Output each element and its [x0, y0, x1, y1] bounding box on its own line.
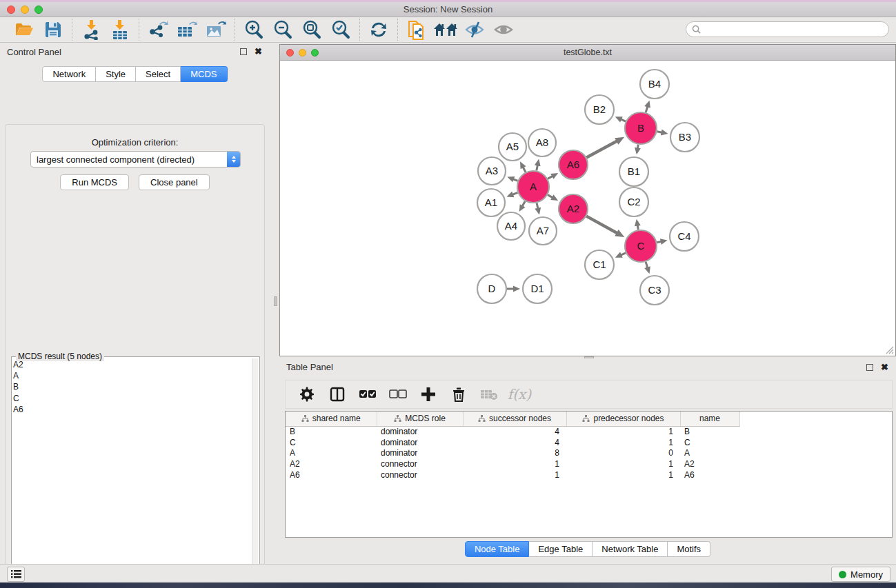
table-row[interactable]: A6connector11A6 [286, 469, 739, 480]
column-header[interactable]: name [680, 412, 739, 426]
save-session-icon[interactable] [41, 19, 66, 41]
deselect-all-icon[interactable] [386, 383, 410, 406]
table-cell[interactable]: connector [377, 458, 463, 469]
edge-C-C2[interactable] [637, 225, 638, 230]
table-cell[interactable]: 0 [566, 448, 680, 459]
table-cell[interactable]: dominator [377, 426, 463, 437]
edge-A-A7[interactable] [537, 203, 538, 208]
split-column-icon[interactable] [326, 383, 349, 406]
table-cell[interactable]: 1 [463, 469, 566, 480]
edge-A-A3[interactable] [513, 179, 518, 181]
zoom-fit-icon[interactable] [299, 19, 324, 41]
table-cell[interactable]: C [680, 437, 739, 448]
network-from-selection-icon[interactable] [404, 19, 429, 41]
edge-C-C1[interactable] [621, 253, 626, 255]
table-cell[interactable]: dominator [377, 448, 463, 459]
column-header[interactable]: shared name [286, 412, 377, 426]
delete-table-icon[interactable] [477, 383, 501, 406]
edge-A-A2[interactable] [548, 195, 552, 198]
export-image-icon[interactable] [203, 19, 228, 41]
edge-A2-C[interactable] [586, 216, 617, 234]
edge-B-B4[interactable] [646, 106, 648, 112]
zoom-selected-icon[interactable] [328, 19, 353, 41]
table-row[interactable]: Bdominator41B [286, 426, 739, 437]
resize-grip-icon[interactable] [884, 345, 894, 354]
result-item[interactable]: A2 [13, 359, 251, 370]
tab-motifs[interactable]: Motifs [668, 541, 710, 557]
table-cell[interactable]: A [680, 448, 739, 459]
tab-select[interactable]: Select [136, 66, 181, 82]
edge-A-A5[interactable] [523, 167, 526, 172]
column-header[interactable]: MCDS role [377, 412, 463, 426]
task-history-button[interactable] [7, 567, 25, 582]
network-minimize-button[interactable] [299, 49, 306, 57]
network-canvas[interactable]: B4B2BB3A8A5A6A3B1AC2A1A2A4A7C4CC1DD1C3 [281, 61, 895, 355]
edge-C-C3[interactable] [646, 262, 648, 268]
tab-network-table[interactable]: Network Table [593, 541, 668, 557]
import-network-icon[interactable] [79, 19, 103, 41]
table-cell[interactable]: C [286, 437, 377, 448]
search-box[interactable] [686, 21, 889, 37]
select-all-icon[interactable] [356, 383, 379, 406]
export-table-icon[interactable] [175, 19, 199, 41]
tab-edge-table[interactable]: Edge Table [529, 541, 593, 557]
node-table[interactable]: shared nameMCDS rolesuccessor nodesprede… [285, 411, 893, 538]
edge-A-A6[interactable] [548, 176, 552, 179]
edge-A-A1[interactable] [512, 192, 518, 194]
tab-node-table[interactable]: Node Table [465, 541, 530, 557]
network-window-titlebar[interactable]: testGlobe.txt [280, 45, 895, 61]
add-column-icon[interactable] [417, 383, 440, 406]
table-close-panel-icon[interactable]: ✖ [880, 363, 889, 372]
mcds-result-list[interactable]: A2ABCA6 [13, 359, 251, 588]
result-scrollbar[interactable] [252, 358, 258, 588]
tab-network[interactable]: Network [42, 66, 96, 82]
memory-button[interactable]: Memory [831, 567, 890, 582]
table-float-panel-icon[interactable] [865, 363, 874, 372]
open-file-icon[interactable] [12, 19, 37, 41]
network-zoom-button[interactable] [311, 49, 319, 57]
zoom-out-icon[interactable] [270, 19, 295, 41]
show-all-icon[interactable] [491, 19, 516, 41]
close-panel-button[interactable]: Close panel [139, 174, 210, 190]
first-neighbors-icon[interactable] [433, 19, 458, 41]
criterion-select[interactable]: largest connected component (directed) [30, 151, 241, 168]
tab-mcds[interactable]: MCDS [181, 66, 227, 82]
result-item[interactable]: C [13, 393, 251, 404]
table-cell[interactable]: 8 [463, 448, 566, 459]
table-row[interactable]: Cdominator41C [286, 437, 739, 448]
float-panel-icon[interactable] [239, 48, 248, 57]
table-cell[interactable]: B [680, 426, 739, 437]
vertical-splitter-handle[interactable] [274, 296, 277, 306]
gear-icon[interactable] [295, 383, 319, 406]
table-row[interactable]: A2connector11A2 [286, 458, 739, 469]
zoom-in-icon[interactable] [241, 19, 266, 41]
delete-column-icon[interactable] [447, 383, 470, 406]
refresh-icon[interactable] [366, 19, 391, 41]
import-table-icon[interactable] [108, 19, 132, 41]
search-input[interactable] [704, 25, 883, 34]
table-cell[interactable]: A2 [680, 458, 739, 469]
close-window-button[interactable] [7, 6, 15, 14]
table-cell[interactable]: 1 [566, 458, 680, 469]
table-cell[interactable]: 1 [566, 469, 680, 480]
table-cell[interactable]: 4 [463, 437, 566, 448]
run-mcds-button[interactable]: Run MCDS [60, 174, 129, 190]
tab-style[interactable]: Style [96, 66, 136, 82]
table-cell[interactable]: 1 [566, 437, 680, 448]
zoom-window-button[interactable] [34, 6, 43, 14]
table-cell[interactable]: B [286, 426, 377, 437]
edge-A-A8[interactable] [537, 165, 538, 170]
function-builder-icon[interactable]: f(x) [508, 383, 531, 406]
column-header[interactable]: predecessor nodes [566, 412, 680, 426]
table-cell[interactable]: A6 [286, 469, 377, 480]
result-item[interactable]: A6 [13, 404, 251, 415]
table-row[interactable]: Adominator80A [286, 448, 739, 459]
result-item[interactable]: B [13, 381, 251, 392]
close-panel-icon[interactable]: ✖ [254, 48, 263, 57]
table-cell[interactable]: A2 [286, 458, 377, 469]
hide-selected-icon[interactable] [462, 19, 487, 41]
export-network-icon[interactable] [146, 19, 170, 41]
network-graph[interactable]: B4B2BB3A8A5A6A3B1AC2A1A2A4A7C4CC1DD1C3 [281, 61, 895, 355]
edge-A6-B[interactable] [586, 141, 617, 158]
network-close-button[interactable] [286, 49, 294, 57]
